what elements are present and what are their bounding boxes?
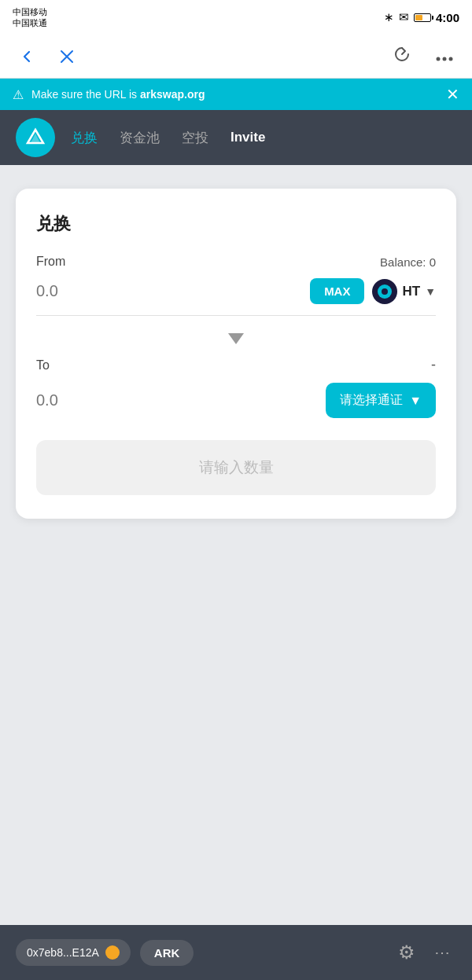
browser-bar [0,35,472,79]
from-token-name: HT [402,284,420,299]
url-banner-close-button[interactable]: ✕ [446,86,459,102]
from-label: From [36,255,65,269]
close-button[interactable] [53,43,80,70]
ht-token-icon [372,279,397,304]
url-banner: ⚠ Make sure the URL is arkswap.org ✕ [0,79,472,110]
wallet-address-text: 0x7eb8...E12A [27,946,99,959]
warning-icon: ⚠ [13,87,24,102]
bottom-bar: 0x7eb8...E12A ARK ⚙ ⋯ [0,925,472,980]
carrier2: 中国联通 [13,17,47,28]
nav-links: 兑换 资金池 空投 Invite [71,126,456,150]
balance-text: Balance: 0 [380,255,436,269]
nav-pool[interactable]: 资金池 [120,126,160,150]
main-content: 兑换 From Balance: 0 MAX HT ▼ [0,165,472,715]
to-dash: - [431,357,436,373]
nav-exchange[interactable]: 兑换 [71,126,98,150]
wallet-address[interactable]: 0x7eb8...E12A [16,939,131,966]
submit-button[interactable]: 请输入数量 [36,440,436,495]
to-input-row: 请选择通证 ▼ [36,383,436,432]
swap-arrow-container[interactable] [36,327,436,357]
nav-airdrop[interactable]: 空投 [182,126,208,150]
status-bar: 中国移动 中国联通 ∗ ✉ 4:00 [0,0,472,35]
nav-invite[interactable]: Invite [230,127,265,149]
swap-card: 兑换 From Balance: 0 MAX HT ▼ [16,189,456,519]
to-amount-input[interactable] [36,391,318,409]
carrier-info: 中国移动 中国联通 [13,6,47,29]
to-section-header: To - [36,357,436,373]
time: 4:00 [436,11,459,24]
to-label: To [36,358,50,373]
bottom-more-icon: ⋯ [434,944,452,961]
wallet-dot-icon [105,945,120,960]
bell-muted-icon: ✉ [399,10,409,24]
reload-button[interactable] [387,39,417,73]
max-button[interactable]: MAX [310,278,364,304]
settings-button[interactable]: ⚙ [393,937,420,968]
from-section-header: From Balance: 0 [36,255,436,269]
select-token-chevron-icon: ▼ [409,394,422,408]
app-nav: 兑换 资金池 空投 Invite [0,110,472,165]
app-logo[interactable] [16,118,55,157]
back-button[interactable] [13,42,41,71]
from-token-chevron-icon: ▼ [425,285,436,298]
svg-point-2 [449,57,453,61]
from-token-selector[interactable]: HT ▼ [372,279,436,304]
from-amount-input[interactable] [36,282,302,300]
swap-direction-arrow-icon [228,333,244,344]
select-token-button[interactable]: 请选择通证 ▼ [326,383,436,418]
settings-icon: ⚙ [398,941,415,963]
svg-point-0 [437,57,441,61]
url-banner-text: Make sure the URL is arkswap.org [31,88,438,101]
card-title: 兑换 [36,212,436,236]
carrier1: 中国移动 [13,6,47,17]
bluetooth-icon: ∗ [384,10,394,24]
bottom-more-button[interactable]: ⋯ [430,938,456,967]
network-badge[interactable]: ARK [140,940,194,966]
from-input-row: MAX HT ▼ [36,278,436,316]
more-button[interactable] [430,41,459,72]
status-right: ∗ ✉ 4:00 [384,10,459,24]
battery-icon [414,13,431,22]
svg-point-1 [443,57,447,61]
